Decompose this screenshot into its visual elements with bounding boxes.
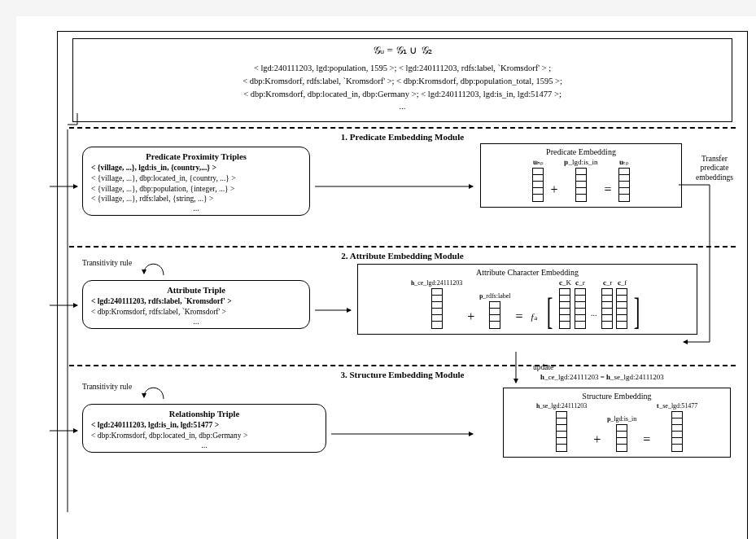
attribute-triple-block: Attribute Triple < lgd:240111203, rdfs:l… — [82, 280, 310, 329]
module3: Transitivity rule update 𝐡_ce_lgd:241112… — [58, 381, 747, 487]
module2: Transitivity rule Attribute Triple < lgd… — [58, 262, 747, 360]
bus-to-left-arrow-3 — [50, 425, 82, 436]
equals-icon: = — [603, 182, 614, 202]
transitivity-rule-label: Transitivity rule — [82, 383, 132, 391]
left-to-right-arrow-1 — [315, 181, 478, 192]
plus-icon: + — [592, 432, 602, 452]
transitivity-rule-label: Transitivity rule — [82, 259, 132, 267]
fa-label: fₐ — [528, 312, 540, 329]
triple-line: < lgd:240111203, lgd:population, 1595 >;… — [81, 62, 723, 75]
bus-to-left-arrow-1 — [50, 181, 82, 192]
module1: Predicate Proximity Triples < {village, … — [58, 143, 747, 241]
loop-arrow-3 — [139, 381, 172, 402]
vec-cf: 𝐜_f — [616, 278, 627, 329]
update-arrow — [510, 352, 522, 388]
equals-icon: = — [641, 432, 652, 452]
ellipsis-icon: ... — [589, 309, 599, 329]
left-to-right-arrow-2 — [315, 305, 356, 316]
divider — [69, 365, 736, 366]
vec-p-rdfs: 𝐩_rdfs:label — [479, 292, 510, 329]
block-title: Attribute Triple — [91, 286, 301, 295]
divider — [69, 127, 736, 129]
outer-frame: 𝒢ᵤ = 𝒢₁ ∪ 𝒢₂ < lgd:240111203, lgd:popula… — [57, 31, 748, 539]
triple-row: < dbp:Kromsdorf, dbp:located_in, dbp:Ger… — [91, 431, 317, 441]
box-title: Attribute Character Embedding — [365, 268, 690, 277]
loop-arrow-2 — [139, 257, 172, 278]
attribute-char-embedding-box: Attribute Character Embedding 𝐡_ce_lgd:2… — [357, 264, 697, 335]
vec-p-lgd-isin: 𝐩_lgd:is_in — [564, 158, 597, 202]
triple-line: < dbp:Kromsdorf, dbp:located_in, dbp:Ger… — [81, 88, 723, 101]
block-title: Relationship Triple — [91, 410, 317, 418]
bracket-right-icon: ] — [634, 295, 640, 329]
update-equation: 𝐡_ce_lgd:24111203 = 𝐡_se_lgd:24111203 — [500, 373, 704, 382]
triple-row: < {village, ...}, lgd:is_in, {country,..… — [91, 163, 301, 173]
box-title: Predicate Embedding — [487, 147, 675, 156]
update-label: update — [533, 363, 553, 371]
divider — [69, 246, 736, 248]
vec-hce: 𝐡_ce_lgd:24111203 — [411, 279, 462, 329]
vec-uhp: 𝐮ₕₚ — [532, 158, 544, 202]
relationship-triple-block: Relationship Triple < lgd:240111203, lgd… — [82, 404, 326, 453]
bracket-left-icon: [ — [546, 295, 553, 329]
embedding-equation: 𝐮ₕₚ + 𝐩_lgd:is_in = 𝐮ₜₚ — [487, 158, 675, 202]
diagram-page: 𝒢ᵤ = 𝒢₁ ∪ 𝒢₂ < lgd:240111203, lgd:popula… — [16, 16, 756, 539]
union-graph-box: 𝒢ᵤ = 𝒢₁ ∪ 𝒢₂ < lgd:240111203, lgd:popula… — [72, 38, 732, 122]
vec-cr1: 𝐜_r — [575, 278, 586, 329]
ellipsis: ... — [91, 441, 317, 449]
triple-row: < {village, ...}, dbp:population, {integ… — [91, 184, 301, 195]
box-title: Structure Embedding — [510, 392, 723, 401]
header-triples: < lgd:240111203, lgd:population, 1595 >;… — [81, 62, 723, 113]
vec-p-lgd-isin2: 𝐩_lgd:is_in — [607, 415, 636, 452]
triple-line: ... — [81, 100, 723, 113]
triple-row: < lgd:240111203, lgd:is_in, lgd:51477 > — [91, 420, 317, 431]
embedding-equation: 𝐡_se_lgd:24111203 + 𝐩_lgd:is_in = 𝐭_se_l… — [510, 402, 723, 452]
vec-cr2: 𝐜_r — [601, 278, 613, 329]
module1-title: 1. Predicate Embedding Module — [58, 132, 747, 142]
bus-to-left-arrow-2 — [50, 300, 82, 311]
vec-tse: 𝐭_se_lgd:51477 — [657, 402, 697, 452]
triple-line: < dbp:Kromsdorf, rdfs:label, `Kromsdorf'… — [81, 75, 723, 88]
top-to-bus-arrow — [61, 113, 85, 136]
left-to-right-arrow-3 — [331, 428, 478, 440]
plus-icon: + — [548, 182, 559, 202]
vec-cK: 𝐜_K — [559, 278, 571, 329]
triple-row: < {village, ...}, dbp:located_in, {count… — [91, 173, 301, 184]
predicate-proximity-triples: Predicate Proximity Triples < {village, … — [82, 147, 310, 216]
vec-hse: 𝐡_se_lgd:24111203 — [536, 402, 588, 452]
ellipsis: ... — [91, 318, 301, 325]
plus-icon: + — [465, 309, 476, 329]
equals-icon: = — [513, 309, 524, 329]
structure-embedding-box: Structure Embedding 𝐡_se_lgd:24111203 + … — [503, 388, 731, 458]
predicate-embedding-box: Predicate Embedding 𝐮ₕₚ + 𝐩_lgd:is_in = … — [480, 143, 682, 208]
union-formula: 𝒢ᵤ = 𝒢₁ ∪ 𝒢₂ — [81, 44, 723, 57]
vec-utp: 𝐮ₜₚ — [618, 158, 630, 202]
embedding-equation: 𝐡_ce_lgd:24111203 + 𝐩_rdfs:label = fₐ [ … — [365, 278, 690, 329]
triple-row: < dbp:Kromsdorf, rdfs:label, `Kromsdorf'… — [91, 307, 301, 318]
ellipsis: ... — [91, 204, 301, 212]
block-title: Predicate Proximity Triples — [91, 152, 301, 161]
triple-row: < lgd:240111203, rdfs:label, `Kromsdorf'… — [91, 296, 301, 307]
